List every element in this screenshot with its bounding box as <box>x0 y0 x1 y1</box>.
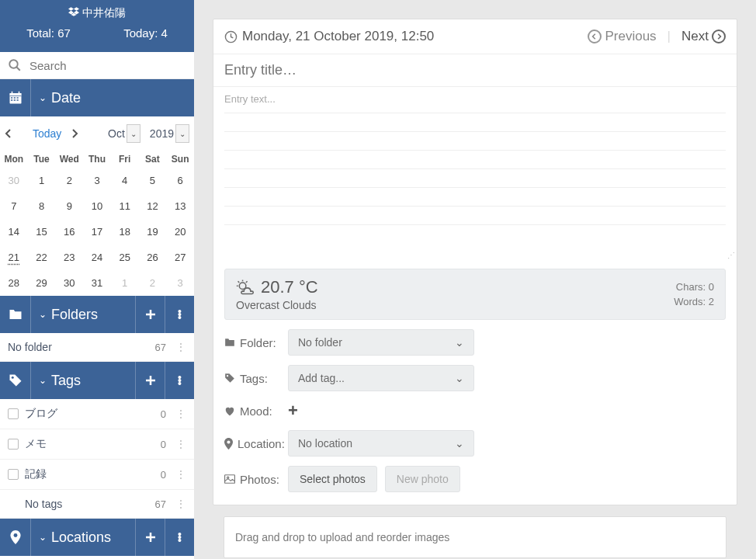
tag-menu-button[interactable]: ••• <box>165 362 194 399</box>
cal-weekday: Fri <box>111 151 139 168</box>
cal-day[interactable]: 3 <box>83 168 111 193</box>
folder-menu-button[interactable]: ••• <box>165 296 194 333</box>
tag-add-button[interactable] <box>135 362 165 399</box>
cal-day[interactable]: 13 <box>166 193 194 219</box>
location-add-button[interactable] <box>135 519 165 556</box>
cal-day[interactable]: 10 <box>83 193 111 219</box>
folder-add-button[interactable] <box>135 296 165 333</box>
search-icon <box>8 58 22 72</box>
entry-title-input[interactable] <box>213 54 737 87</box>
cal-day[interactable]: 4 <box>111 168 139 193</box>
search-input[interactable] <box>29 59 186 72</box>
entry-body-area[interactable]: Entry text... ⋰ <box>213 87 737 261</box>
cal-day[interactable]: 12 <box>139 193 167 219</box>
item-menu-icon[interactable]: ⋮ <box>175 498 186 510</box>
svg-rect-35 <box>225 475 235 484</box>
cal-day[interactable]: 11 <box>111 193 139 219</box>
cal-day[interactable]: 25 <box>111 245 139 270</box>
svg-line-31 <box>238 281 240 283</box>
cal-day[interactable]: 20 <box>166 219 194 245</box>
cal-day[interactable]: 28 <box>0 270 28 296</box>
previous-button[interactable]: Previous <box>588 29 656 44</box>
svg-rect-14 <box>16 97 18 99</box>
cal-day[interactable]: 5 <box>139 168 167 193</box>
cal-day[interactable]: 26 <box>139 245 167 270</box>
item-menu-icon[interactable]: ⋮ <box>175 468 186 481</box>
next-button[interactable]: Next <box>681 29 726 44</box>
cal-today-button[interactable]: Today <box>26 127 68 140</box>
cal-next-button[interactable] <box>71 128 89 139</box>
cal-day[interactable]: 30 <box>55 270 83 296</box>
section-tags[interactable]: ⌄Tags ••• <box>0 362 194 399</box>
cal-day[interactable]: 7 <box>0 193 28 219</box>
cal-day[interactable]: 1 <box>111 270 139 296</box>
cal-day[interactable]: 18 <box>111 219 139 245</box>
chevron-down-icon: ⌄ <box>455 437 464 450</box>
svg-line-32 <box>246 281 248 283</box>
cal-year-dropdown[interactable]: ⌄ <box>175 124 189 143</box>
folder-icon <box>9 308 23 321</box>
cal-day[interactable]: 30 <box>0 168 28 193</box>
cal-day[interactable]: 1 <box>28 168 56 193</box>
cal-day[interactable]: 21 <box>0 245 28 270</box>
checkbox[interactable] <box>8 469 19 480</box>
cal-day[interactable]: 29 <box>28 270 56 296</box>
select-photos-button[interactable]: Select photos <box>288 466 377 492</box>
cal-weekday: Sat <box>139 151 167 168</box>
cal-day[interactable]: 2 <box>139 270 167 296</box>
checkbox[interactable] <box>8 439 19 450</box>
chevron-down-icon: ⌄ <box>455 372 464 384</box>
folder-item-no-folder[interactable]: No folder 67 ⋮ <box>0 333 194 362</box>
cal-day[interactable]: 17 <box>83 219 111 245</box>
cal-day[interactable]: 23 <box>55 245 83 270</box>
cal-prev-button[interactable] <box>5 128 23 139</box>
item-menu-icon[interactable]: ⋮ <box>175 408 186 420</box>
cal-day[interactable]: 22 <box>28 245 56 270</box>
tag-item[interactable]: 記録0⋮ <box>0 460 194 490</box>
section-folders[interactable]: ⌄Folders ••• <box>0 296 194 333</box>
chevron-down-icon: ⌄ <box>39 375 47 386</box>
cal-day[interactable]: 15 <box>28 219 56 245</box>
cal-day[interactable]: 27 <box>166 245 194 270</box>
location-select[interactable]: No location⌄ <box>288 430 474 457</box>
svg-rect-10 <box>11 92 12 94</box>
user-name[interactable]: 中井佑陽 <box>82 6 126 19</box>
tag-item-no-tags[interactable]: No tags 67 ⋮ <box>0 490 194 519</box>
weather-icon <box>236 279 255 296</box>
cal-day[interactable]: 6 <box>166 168 194 193</box>
mood-add-button[interactable]: + <box>288 401 298 421</box>
resize-grip-icon[interactable]: ⋰ <box>727 251 735 259</box>
stat-words: Words: 2 <box>674 294 714 310</box>
cal-month-dropdown[interactable]: ⌄ <box>127 124 140 143</box>
new-photo-button[interactable]: New photo <box>385 466 460 492</box>
location-menu-button[interactable]: ••• <box>165 519 194 556</box>
checkbox[interactable] <box>8 408 19 419</box>
cal-day[interactable]: 8 <box>28 193 56 219</box>
cal-weekday: Tue <box>28 151 56 168</box>
tag-item[interactable]: メモ0⋮ <box>0 429 194 460</box>
svg-point-23 <box>13 533 17 537</box>
svg-point-20 <box>11 377 13 379</box>
chevron-down-icon: ⌄ <box>39 92 47 103</box>
section-locations[interactable]: ⌄Locations ••• <box>0 519 194 556</box>
svg-rect-15 <box>11 99 12 101</box>
cal-day[interactable]: 16 <box>55 219 83 245</box>
folder-select[interactable]: No folder⌄ <box>288 329 474 356</box>
tag-icon <box>9 373 23 387</box>
section-date[interactable]: ⌄Date <box>0 79 194 116</box>
cal-day[interactable]: 9 <box>55 193 83 219</box>
entry-datetime: Monday, 21 October 2019, 12:50 <box>242 29 434 44</box>
weather-temp: 20.7 °C <box>261 277 318 297</box>
cal-day[interactable]: 14 <box>0 219 28 245</box>
tag-item[interactable]: ブログ0⋮ <box>0 399 194 429</box>
svg-rect-11 <box>18 92 19 94</box>
cal-day[interactable]: 2 <box>55 168 83 193</box>
cal-day[interactable]: 24 <box>83 245 111 270</box>
cal-day[interactable]: 31 <box>83 270 111 296</box>
tags-select[interactable]: Add tag...⌄ <box>288 365 474 391</box>
cal-day[interactable]: 3 <box>166 270 194 296</box>
cal-day[interactable]: 19 <box>139 219 167 245</box>
photo-dropzone[interactable]: Drag and drop to upload and reorder imag… <box>224 516 727 558</box>
item-menu-icon[interactable]: ⋮ <box>175 341 186 353</box>
item-menu-icon[interactable]: ⋮ <box>175 438 186 450</box>
